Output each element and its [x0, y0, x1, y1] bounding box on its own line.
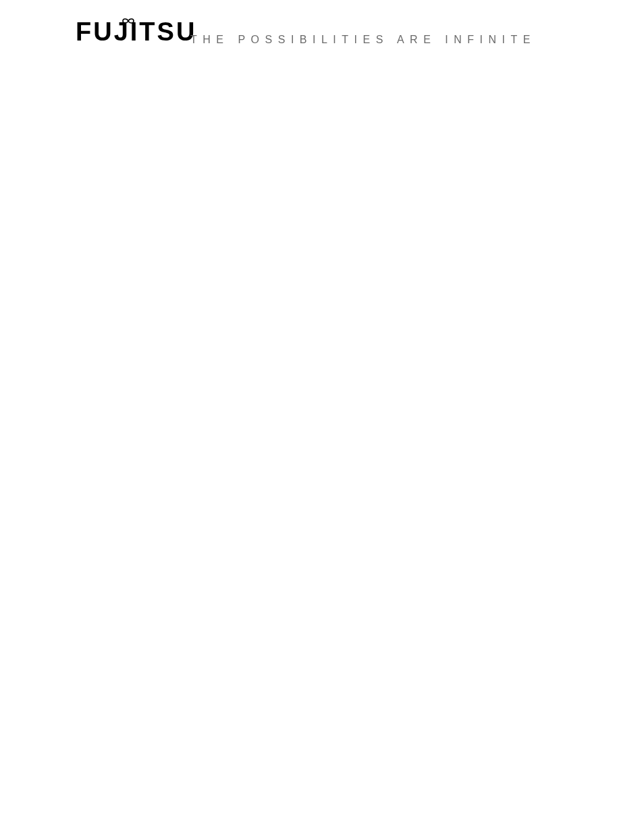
- brand-tagline: THE POSSIBILITIES ARE INFINITE: [190, 34, 536, 46]
- header: FUJITSU THE POSSIBILITIES ARE INFINITE: [0, 0, 644, 74]
- brand-logo-text: FUJITSU: [76, 18, 196, 47]
- document-page: FUJITSU THE POSSIBILITIES ARE INFINITE: [0, 0, 644, 74]
